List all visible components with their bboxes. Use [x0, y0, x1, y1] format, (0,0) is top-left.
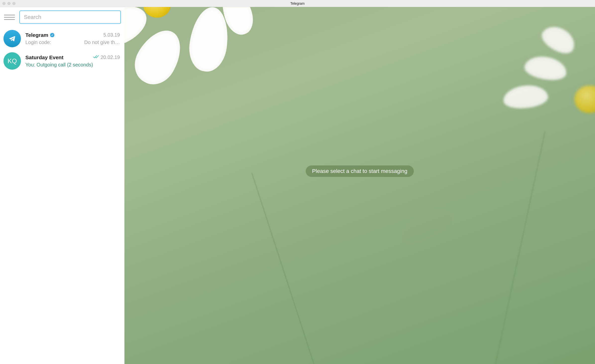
chat-name: Telegram [25, 32, 55, 38]
read-checks-icon [93, 54, 100, 59]
chat-main: Telegram 5.03.19 Login code: Do not give… [25, 32, 120, 45]
telegram-plane-icon [7, 34, 17, 44]
menu-button[interactable] [4, 12, 15, 23]
close-window-button[interactable] [2, 2, 5, 5]
chat-date: 5.03.19 [103, 32, 120, 38]
chat-preview-text: Do not give th… [84, 40, 120, 45]
chat-row[interactable]: KQ Saturday Event 20.02.19 [0, 50, 124, 72]
window-title: Telegram [0, 1, 595, 5]
search-input[interactable] [19, 10, 121, 24]
avatar [3, 30, 21, 47]
avatar-initials: KQ [7, 57, 17, 65]
chat-main: Saturday Event 20.02.19 You: Outgoing ca… [25, 54, 120, 68]
empty-chat-placeholder: Please select a chat to start messaging [306, 165, 414, 177]
window-titlebar: Telegram [0, 0, 595, 7]
background-decor [124, 7, 595, 364]
maximize-window-button[interactable] [12, 2, 15, 5]
app-root: Telegram 5.03.19 Login code: Do not give… [0, 7, 595, 364]
avatar: KQ [3, 52, 21, 70]
chat-name: Saturday Event [25, 54, 63, 60]
traffic-lights [0, 2, 15, 5]
chat-preview-label: Login code: [25, 40, 51, 45]
chat-list[interactable]: Telegram 5.03.19 Login code: Do not give… [0, 27, 124, 364]
chat-preview-text: You: Outgoing call (2 seconds) [25, 62, 93, 68]
minimize-window-button[interactable] [7, 2, 10, 5]
chat-row[interactable]: Telegram 5.03.19 Login code: Do not give… [0, 27, 124, 50]
menu-icon [4, 15, 15, 15]
verified-icon [50, 33, 55, 38]
chat-content-area: Please select a chat to start messaging [124, 7, 595, 364]
chat-date: 20.02.19 [93, 54, 120, 60]
sidebar-header [0, 7, 124, 27]
sidebar: Telegram 5.03.19 Login code: Do not give… [0, 7, 124, 364]
